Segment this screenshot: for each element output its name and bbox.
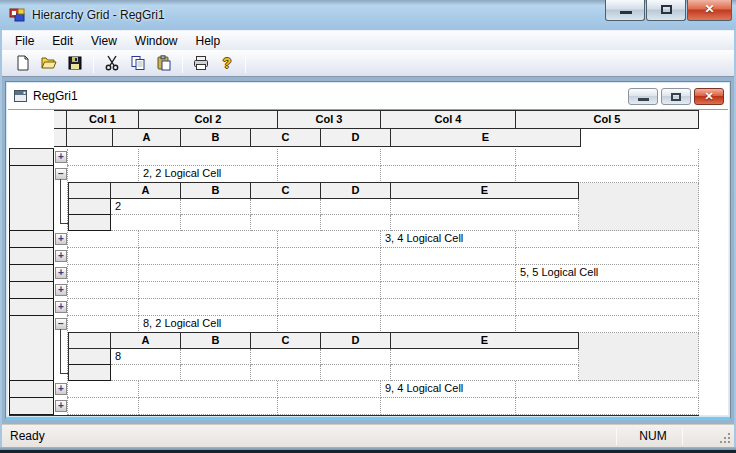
menu-window[interactable]: Window [126,32,187,50]
menu-help[interactable]: Help [187,32,230,50]
grid-cell[interactable] [139,282,278,299]
expander-button[interactable]: + [55,383,67,395]
subgrid-cell[interactable] [111,365,181,381]
grid-cell[interactable] [139,299,278,316]
child-close-button[interactable]: ✕ [694,88,724,105]
grid-cell[interactable] [278,381,381,398]
grid-cell[interactable] [516,316,699,333]
subgrid-row-header-cell[interactable] [69,215,111,231]
subgrid-column-header[interactable]: E [391,333,579,349]
child-minimize-button[interactable] [628,88,658,105]
sub-column-header[interactable]: A [113,129,181,147]
subgrid-row-header-cell[interactable] [69,199,111,215]
row-header-cell[interactable] [9,381,54,398]
grid-cell[interactable] [278,299,381,316]
subgrid-cell[interactable] [391,199,579,215]
grid-cell[interactable] [516,299,699,316]
logical-cell[interactable]: 3, 4 Logical Cell [381,231,516,248]
logical-cell[interactable]: 5, 5 Logical Cell [516,265,699,282]
grid-cell[interactable] [67,149,139,166]
subgrid-cell[interactable] [181,365,251,381]
row-header-cell[interactable] [9,149,54,166]
grid-cell[interactable] [516,149,699,166]
grid-cell[interactable] [67,282,139,299]
grid-cell[interactable] [67,265,139,282]
grid-cell[interactable] [67,381,139,398]
grid-cell[interactable] [139,265,278,282]
grid-cell[interactable] [139,149,278,166]
subgrid-cell[interactable] [181,215,251,231]
row-header-cell[interactable] [9,398,54,415]
grid-cell[interactable] [516,166,699,183]
grid-cell[interactable] [381,248,516,265]
grid-cell[interactable] [516,381,699,398]
grid-cell[interactable] [67,231,139,248]
subgrid-cell[interactable] [391,365,579,381]
grid-cell[interactable] [381,299,516,316]
grid-cell[interactable] [516,398,699,415]
expander-button[interactable]: + [55,301,67,313]
subgrid-column-header[interactable]: D [321,183,391,199]
grid-cell[interactable] [381,149,516,166]
subgrid-column-header[interactable]: B [181,183,251,199]
print-button[interactable] [188,52,214,75]
expander-button[interactable]: − [55,168,67,180]
grid-cell[interactable] [139,248,278,265]
column-header[interactable]: Col 1 [67,111,139,129]
grid-cell[interactable] [278,265,381,282]
title-bar[interactable]: Hierarchy Grid - RegGri1 ✕ [0,0,736,30]
subgrid-column-header[interactable]: E [391,183,579,199]
new-button[interactable] [10,52,36,75]
column-gutter-header[interactable] [54,129,67,147]
sub-column-header[interactable]: E [391,129,581,147]
grid-cell[interactable] [139,231,278,248]
row-header-cell[interactable] [9,282,54,299]
menu-edit[interactable]: Edit [43,32,82,50]
paste-button[interactable] [151,52,177,75]
grid-cell[interactable] [67,248,139,265]
expander-button[interactable]: + [55,284,67,296]
grid-cell[interactable] [278,282,381,299]
grid-cell[interactable] [278,398,381,415]
child-title-bar[interactable]: RegGri1 ✕ [6,82,730,109]
subgrid-row-header-cell[interactable] [69,365,111,381]
grid-cell[interactable] [67,166,139,183]
subgrid-cell[interactable] [181,349,251,365]
subgrid-column-header[interactable]: B [181,333,251,349]
row-header-cell[interactable] [9,316,54,381]
subgrid-value-cell[interactable]: 8 [111,349,181,365]
subgrid-corner-header[interactable] [69,333,111,349]
grid-cell[interactable] [381,282,516,299]
subgrid-cell[interactable] [111,215,181,231]
grid-cell[interactable] [278,316,381,333]
grid-cell[interactable] [139,381,278,398]
subgrid-column-header[interactable]: D [321,333,391,349]
grid-cell[interactable] [278,166,381,183]
grid-cell[interactable] [67,316,139,333]
sub-column-header[interactable]: B [181,129,251,147]
grid-cell[interactable] [516,231,699,248]
expander-button[interactable]: + [55,267,67,279]
expander-button[interactable]: + [55,233,67,245]
row-header-cell[interactable] [9,231,54,248]
subgrid-corner-header[interactable] [69,183,111,199]
menu-view[interactable]: View [82,32,126,50]
subgrid-column-header[interactable]: C [251,183,321,199]
open-button[interactable] [36,52,62,75]
subgrid-cell[interactable] [251,349,321,365]
subgrid-cell[interactable] [181,199,251,215]
subgrid-cell[interactable] [251,365,321,381]
column-gutter-header[interactable] [54,111,67,129]
expander-button[interactable]: + [55,400,67,412]
grid-cell[interactable] [67,299,139,316]
grid-cell[interactable] [381,166,516,183]
sub-column-header[interactable]: C [251,129,321,147]
expander-button[interactable]: + [55,250,67,262]
cut-button[interactable] [99,52,125,75]
column-header[interactable]: Col 2 [139,111,278,129]
about-button[interactable]: ? [214,52,240,75]
expander-button[interactable]: − [55,318,67,330]
row-header-cell[interactable] [9,248,54,265]
minimize-button[interactable] [605,0,645,21]
row-header-cell[interactable] [9,299,54,316]
